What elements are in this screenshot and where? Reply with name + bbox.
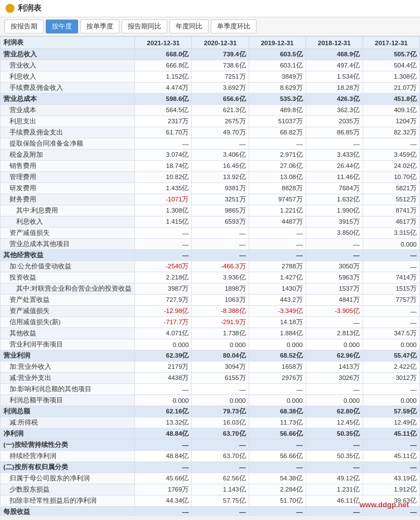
table-row: 加:公允价值变动收益-2540万-466.3万2788万3050万— [1, 261, 420, 272]
cell-20-3: 5963万 [306, 272, 363, 283]
cell-16-3: 3.850亿 [306, 228, 363, 239]
cell-28-2: 1658万 [249, 362, 306, 373]
table-wrapper[interactable]: 利润表2021-12-312020-12-312019-12-312018-12… [0, 36, 420, 516]
table-row: 利润总额平衡项目0.0000.0000.0000.0000.000 [1, 395, 420, 406]
cell-1-4: 504.4亿 [363, 60, 419, 71]
cell-31-4: 0.000 [363, 395, 419, 406]
cell-5-0: 564.5亿 [135, 105, 192, 116]
cell-0-0: 668.0亿 [135, 49, 192, 60]
row-label-32: 利润总额 [1, 406, 135, 417]
row-label-24: 信用减值损失(新) [1, 317, 135, 328]
cell-2-1: 7251万 [192, 71, 249, 83]
cell-22-0: 727.9万 [135, 295, 192, 306]
cell-34-2: 56.66亿 [249, 428, 306, 440]
cell-11-3: 11.46亿 [306, 172, 363, 183]
cell-1-0: 666.8亿 [135, 60, 192, 71]
main-container: 利润表 按报告期按午度按单季度报告期同比年度同比单季度环比 利润表2021-12… [0, 0, 420, 516]
cell-24-4: — [363, 317, 419, 328]
cell-40-2: 51.70亿 [249, 495, 306, 507]
table-row: 加:影响利润总额的其他项目————— [1, 384, 420, 395]
cell-39-0: 1769万 [135, 484, 192, 495]
cell-2-0: 1.152亿 [135, 71, 192, 83]
table-row: 手续费及佣金收入4.474万3.692万8.629万18.28万21.07万 [1, 83, 420, 94]
cell-5-1: 621.3亿 [192, 105, 249, 116]
row-label-29: 减:营业外支出 [1, 373, 135, 384]
cell-6-3: 2035万 [306, 116, 363, 127]
cell-20-1: 3.936亿 [192, 272, 249, 283]
toolbar-btn-2[interactable]: 按单季度 [80, 20, 119, 33]
cell-28-4: 2.422亿 [363, 362, 419, 373]
row-label-14: 其中:利息费用 [1, 205, 135, 216]
cell-19-2: 2788万 [249, 261, 306, 272]
cell-14-2: 1.221亿 [249, 205, 306, 216]
table-row: 手续费及佣金支出61.70万49.70万68.82万86.85万82.32万 [1, 127, 420, 138]
cell-27-1: 80.04亿 [192, 350, 249, 362]
cell-6-0: 2317万 [135, 116, 192, 127]
cell-2-4: 1.308亿 [363, 71, 419, 83]
cell-20-2: 1.427亿 [249, 272, 306, 283]
cell-30-2: — [249, 384, 306, 395]
cell-1-2: 603.1亿 [249, 60, 306, 71]
toolbar-btn-1[interactable]: 按午度 [46, 20, 78, 33]
cell-13-2: 97457万 [249, 194, 306, 205]
row-label-40: 扣除非经常性损益后的净利润 [1, 495, 135, 507]
cell-39-3: 1.231亿 [306, 484, 363, 495]
toolbar-btn-0[interactable]: 按报告期 [4, 20, 44, 33]
cell-35-0: — [135, 440, 192, 451]
cell-27-0: 62.39亿 [135, 350, 192, 362]
cell-22-1: 1063万 [192, 295, 249, 306]
cell-6-4: 1204万 [363, 116, 419, 127]
cell-30-3: — [306, 384, 363, 395]
row-label-33: 减:所得税 [1, 417, 135, 428]
watermark: www.ddgp.net [360, 500, 409, 509]
table-row: (二)按所有权归属分类————— [1, 462, 420, 473]
cell-0-3: 468.9亿 [306, 49, 363, 60]
cell-20-4: 7414万 [363, 272, 419, 283]
cell-39-1: 1.143亿 [192, 484, 249, 495]
cell-16-4: 3.315亿 [363, 228, 419, 239]
cell-18-2: — [249, 250, 306, 261]
cell-35-1: — [192, 440, 249, 451]
page-title: 利润表 [18, 3, 41, 13]
cell-20-0: 2.218亿 [135, 272, 192, 283]
table-row: 营业总成本其他项目————0.000 [1, 239, 420, 250]
row-label-0: 营业总收入 [1, 49, 135, 60]
toolbar-btn-5[interactable]: 单季度环比 [211, 20, 257, 33]
table-row: (一)按经营持续性分类————— [1, 440, 420, 451]
table-row: 每股收益————— [1, 507, 420, 517]
cell-24-0: -717.7万 [135, 317, 192, 328]
cell-14-0: 1.308亿 [135, 205, 192, 216]
cell-37-0: — [135, 462, 192, 473]
cell-31-1: 0.000 [192, 395, 249, 406]
cell-40-1: 57.75亿 [192, 495, 249, 507]
cell-34-4: 45.11亿 [363, 428, 419, 440]
table-row: 其他经营收益————— [1, 250, 420, 261]
cell-29-2: 2976万 [249, 373, 306, 384]
income-table: 利润表2021-12-312020-12-312019-12-312018-12… [0, 36, 420, 516]
row-label-6: 利息支出 [1, 116, 135, 127]
row-label-11: 管理费用 [1, 172, 135, 183]
cell-13-3: 1.632亿 [306, 194, 363, 205]
row-label-7: 手续费及佣金支出 [1, 127, 135, 138]
cell-21-2: 1430万 [249, 283, 306, 295]
cell-36-3: 50.35亿 [306, 451, 363, 462]
row-label-13: 财务费用 [1, 194, 135, 205]
row-label-16: 资产减值损失 [1, 228, 135, 239]
col-header-1: 2021-12-31 [135, 37, 192, 49]
cell-26-1: 0.000 [192, 339, 249, 350]
cell-18-0: — [135, 250, 192, 261]
cell-7-3: 86.85万 [306, 127, 363, 138]
cell-39-4: 1.912亿 [363, 484, 419, 495]
cell-40-0: 44.34亿 [135, 495, 192, 507]
cell-29-4: 3012万 [363, 373, 419, 384]
col-header-4: 2018-12-31 [306, 37, 363, 49]
cell-10-3: 26.44亿 [306, 161, 363, 172]
cell-8-0: — [135, 138, 192, 150]
cell-32-0: 62.16亿 [135, 406, 192, 417]
row-label-15: 利息收入 [1, 216, 135, 228]
toolbar-btn-3[interactable]: 报告期同比 [122, 20, 167, 33]
cell-23-0: -12.98亿 [135, 306, 192, 317]
cell-1-1: 738.6亿 [192, 60, 249, 71]
table-row: 提取保险合同准备金净额————— [1, 138, 420, 150]
toolbar-btn-4[interactable]: 年度同比 [170, 20, 209, 33]
